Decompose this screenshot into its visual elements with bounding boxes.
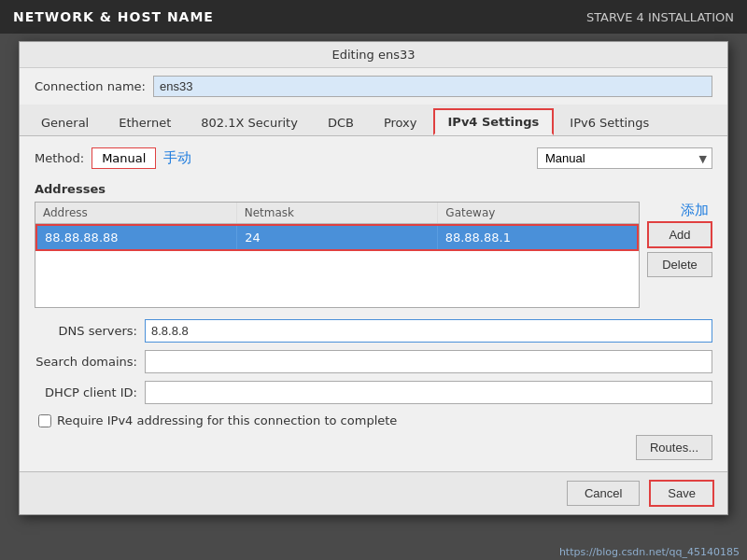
installer-title: STARVE 4 INSTALLATION	[586, 10, 734, 24]
tab-security[interactable]: 802.1X Security	[187, 110, 312, 134]
watermark: https://blog.csdn.net/qq_45140185	[559, 546, 740, 558]
addr-action-col: 添加 Add Delete	[647, 202, 712, 308]
dhcp-label: DHCP client ID:	[35, 385, 137, 399]
tab-proxy[interactable]: Proxy	[370, 110, 431, 134]
search-row: Search domains:	[35, 350, 712, 373]
routes-button[interactable]: Routes...	[636, 435, 712, 460]
method-chinese: 手动	[163, 149, 191, 167]
add-button[interactable]: Add	[647, 221, 712, 248]
addresses-area: Address Netmask Gateway 88.88.88.88 24 8…	[35, 202, 712, 308]
top-bar: NETWORK & HOST NAME STARVE 4 INSTALLATIO…	[0, 0, 747, 34]
method-dropdown-wrap[interactable]: Manual Automatic (DHCP) Link-Local Only …	[537, 147, 712, 169]
cell-netmask: 24	[237, 226, 437, 249]
search-label: Search domains:	[35, 355, 137, 369]
cancel-button[interactable]: Cancel	[567, 481, 640, 506]
tab-dcb[interactable]: DCB	[314, 110, 368, 134]
cell-gateway: 88.88.88.1	[438, 226, 637, 249]
search-input[interactable]	[145, 350, 712, 373]
editing-dialog: Editing ens33 Connection name: General E…	[19, 41, 728, 515]
app-title: NETWORK & HOST NAME	[13, 9, 214, 24]
tabs-bar: General Ethernet 802.1X Security DCB Pro…	[20, 105, 727, 136]
table-row[interactable]: 88.88.88.88 24 88.88.88.1	[35, 224, 639, 251]
tab-ipv4[interactable]: IPv4 Settings	[433, 108, 555, 135]
checkbox-row: Require IPv4 addressing for this connect…	[35, 413, 712, 427]
routes-row: Routes...	[35, 435, 712, 460]
add-chinese-label: 添加	[647, 202, 709, 219]
dialog-title: Editing ens33	[20, 42, 727, 68]
method-label: Method:	[35, 151, 84, 165]
method-row: Method: Manual 手动 Manual Automatic (DHCP…	[35, 147, 712, 169]
tab-ethernet[interactable]: Ethernet	[105, 110, 185, 134]
dns-row: DNS servers:	[35, 319, 712, 343]
save-button[interactable]: Save	[649, 480, 714, 507]
ipv4-required-checkbox[interactable]	[38, 414, 51, 427]
col-address: Address	[35, 203, 237, 223]
conn-name-input[interactable]	[153, 76, 712, 97]
conn-name-label: Connection name:	[35, 79, 146, 93]
checkbox-label: Require IPv4 addressing for this connect…	[57, 413, 397, 427]
cell-address: 88.88.88.88	[37, 226, 237, 249]
dhcp-input[interactable]	[145, 381, 712, 404]
addresses-table: Address Netmask Gateway 88.88.88.88 24 8…	[35, 202, 640, 308]
method-value-box: Manual	[92, 147, 156, 169]
dialog-overlay: Editing ens33 Connection name: General E…	[0, 34, 747, 560]
dhcp-row: DHCP client ID:	[35, 381, 712, 404]
method-select[interactable]: Manual Automatic (DHCP) Link-Local Only …	[537, 147, 712, 169]
delete-button[interactable]: Delete	[647, 252, 712, 277]
ipv4-tab-content: Method: Manual 手动 Manual Automatic (DHCP…	[20, 136, 727, 471]
addr-table-header: Address Netmask Gateway	[35, 203, 639, 224]
col-gateway: Gateway	[438, 203, 639, 223]
tab-ipv6[interactable]: IPv6 Settings	[556, 110, 663, 134]
dns-input-wrap[interactable]	[145, 319, 712, 343]
dns-label: DNS servers:	[35, 324, 137, 338]
addr-empty-space	[35, 251, 639, 307]
addresses-title: Addresses	[35, 182, 712, 196]
col-netmask: Netmask	[237, 203, 439, 223]
addr-buttons: Add Delete	[647, 221, 712, 277]
conn-name-row: Connection name:	[20, 68, 727, 105]
dns-input[interactable]	[146, 320, 712, 342]
dialog-bottom-bar: Cancel Save	[20, 471, 727, 514]
tab-general[interactable]: General	[27, 110, 103, 134]
